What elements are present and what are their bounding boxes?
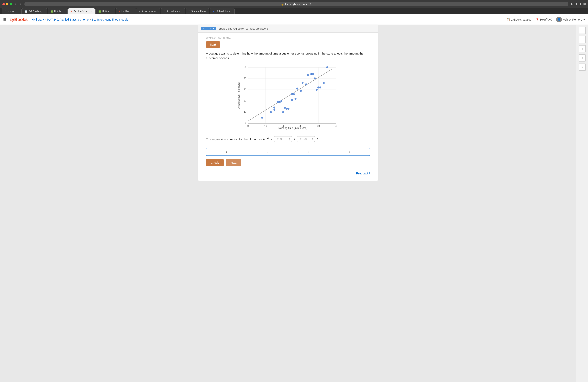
start-button[interactable]: Start bbox=[206, 41, 220, 48]
tab-untitled3-icon: Z bbox=[119, 10, 120, 13]
tab-untitled3[interactable]: Z Untitled bbox=[116, 8, 136, 14]
new-tab-icon[interactable]: + bbox=[580, 2, 581, 6]
intercept-input[interactable]: Ex: 40 ▲▼ bbox=[274, 136, 292, 142]
svg-point-38 bbox=[287, 108, 289, 110]
svg-text:10: 10 bbox=[264, 125, 267, 128]
svg-point-47 bbox=[307, 74, 309, 76]
tab-perks-icon: C bbox=[189, 10, 190, 13]
x-variable: X bbox=[316, 137, 319, 141]
tab-untitled2-icon: ✅ bbox=[98, 10, 101, 13]
svg-text:Amount spent (in dollars): Amount spent (in dollars) bbox=[237, 82, 240, 109]
feedback-link[interactable]: Feedback? bbox=[356, 172, 370, 175]
catalog-button[interactable]: 📋 zyBooks catalog bbox=[507, 18, 532, 21]
main-layout: ACTIVITY Error: Using regression to make… bbox=[0, 25, 588, 382]
equals-sign: = bbox=[271, 137, 273, 141]
side-badge-top bbox=[579, 27, 586, 34]
catalog-icon: 📋 bbox=[507, 18, 510, 21]
progress-segment-2[interactable]: 2 bbox=[247, 148, 288, 155]
svg-point-55 bbox=[323, 82, 325, 84]
svg-point-33 bbox=[279, 101, 281, 103]
progress-segment-1[interactable]: 1 bbox=[206, 148, 247, 155]
tabs-overview-icon[interactable]: ⧉ bbox=[583, 2, 586, 6]
share-icon[interactable]: ⬆ bbox=[575, 2, 578, 6]
svg-point-41 bbox=[293, 93, 295, 95]
equation-row: The regression equation for the plot abo… bbox=[206, 136, 370, 142]
activity-title: Error: Using regression to make predicti… bbox=[218, 27, 269, 30]
side-badge-1: 1 bbox=[579, 36, 586, 43]
svg-point-43 bbox=[296, 88, 298, 90]
progress-segment-3[interactable]: 3 bbox=[288, 148, 329, 155]
address-bar[interactable]: 🔒 learn.zybooks.com ↻ bbox=[24, 2, 568, 6]
tab-challenge[interactable]: 📄 2-2 Challeng... bbox=[22, 8, 47, 14]
zybooks-logo: zyBooks bbox=[10, 17, 28, 22]
tab-boutique2[interactable]: C A boutique w... bbox=[161, 8, 185, 14]
tab-untitled1-label: Untitled bbox=[54, 10, 63, 13]
progress-section: 1 2 3 4 bbox=[206, 148, 370, 156]
y-hat: Ŷ bbox=[267, 137, 269, 141]
app-header: ☰ zyBooks My library > MAT 240: Applied … bbox=[0, 14, 588, 25]
tab-solved[interactable]: ★ [Solved] I am... bbox=[210, 8, 235, 14]
slope-input[interactable]: Ex: 0.43 ▲▼ bbox=[297, 136, 315, 142]
tab-home[interactable]: 🛡 Home bbox=[1, 8, 21, 14]
svg-point-35 bbox=[282, 111, 284, 113]
equation-prefix: The regression equation for the plot abo… bbox=[206, 137, 265, 141]
side-badge-3: 3 bbox=[579, 54, 586, 61]
svg-point-34 bbox=[280, 100, 282, 102]
help-button[interactable]: ❓ Help/FAQ bbox=[536, 18, 552, 21]
forward-button[interactable]: › bbox=[19, 1, 22, 7]
svg-point-30 bbox=[273, 107, 275, 109]
back-button[interactable]: ‹ bbox=[14, 1, 17, 7]
slope-placeholder: Ex: 0.43 bbox=[299, 138, 307, 140]
breadcrumb: My library > MAT 240: Applied Statistics… bbox=[32, 18, 128, 21]
tab-untitled1[interactable]: ✅ Untitled bbox=[48, 8, 68, 14]
svg-point-52 bbox=[315, 89, 318, 91]
segment-2-label: 2 bbox=[267, 150, 268, 153]
user-name: Ashley Romero bbox=[563, 18, 582, 21]
feedback-row: Feedback? bbox=[206, 170, 370, 177]
svg-point-31 bbox=[273, 109, 275, 111]
tab-challenge-icon: 📄 bbox=[25, 10, 27, 13]
svg-point-50 bbox=[312, 73, 314, 75]
check-button[interactable]: Check bbox=[206, 159, 224, 166]
tab-section31-label: Section 3.1 -... bbox=[74, 10, 89, 13]
svg-text:50: 50 bbox=[335, 125, 337, 128]
download-icon[interactable]: ⬇ bbox=[570, 2, 573, 6]
chart-container: 0 10 20 30 40 50 0 10 20 30 40 50 bbox=[206, 64, 370, 130]
intercept-spinner[interactable]: ▲▼ bbox=[289, 137, 290, 141]
activity-id: 509448.3479824.qx3zqy7 bbox=[206, 37, 370, 39]
svg-rect-0 bbox=[248, 67, 336, 123]
progress-segment-4[interactable]: 4 bbox=[329, 148, 370, 155]
tab-solved-icon: ★ bbox=[213, 10, 214, 13]
browser-actions: ⬇ ⬆ + ⧉ bbox=[570, 2, 586, 6]
svg-text:20: 20 bbox=[244, 99, 247, 102]
tab-solved-label: [Solved] I am... bbox=[216, 10, 231, 13]
hamburger-menu[interactable]: ☰ bbox=[3, 17, 6, 22]
svg-point-37 bbox=[286, 108, 288, 110]
side-panel: 1 2 3 4 bbox=[576, 25, 588, 382]
breadcrumb-section[interactable]: 3.1: Interpreting fitted models bbox=[92, 18, 128, 21]
tab-boutique2-icon: C bbox=[164, 10, 165, 13]
svg-text:0: 0 bbox=[245, 122, 246, 124]
user-dropdown-icon: ▾ bbox=[583, 18, 585, 21]
tab-section31-close[interactable]: ✕ bbox=[90, 10, 92, 13]
lock-icon: 🔒 bbox=[281, 3, 284, 6]
tab-untitled2[interactable]: ✅ Untitled bbox=[95, 8, 115, 14]
svg-text:50: 50 bbox=[244, 66, 247, 69]
tab-challenge-label: 2-2 Challeng... bbox=[29, 10, 44, 13]
reload-icon[interactable]: ↻ bbox=[310, 3, 312, 6]
content-area: ACTIVITY Error: Using regression to make… bbox=[0, 25, 576, 382]
svg-text:40: 40 bbox=[317, 125, 320, 128]
slope-spinner[interactable]: ▲▼ bbox=[311, 137, 313, 141]
tab-perks[interactable]: C Student Perks bbox=[186, 8, 210, 14]
breadcrumb-course[interactable]: MAT 240: Applied Statistics home bbox=[47, 18, 89, 21]
browser-chrome: ‹ › 🔒 learn.zybooks.com ↻ ⬇ ⬆ + ⧉ bbox=[0, 0, 588, 8]
help-icon: ❓ bbox=[536, 18, 539, 21]
breadcrumb-library[interactable]: My library bbox=[32, 18, 44, 21]
tab-boutique1[interactable]: C A boutique w... bbox=[136, 8, 160, 14]
tab-section31[interactable]: Z Section 3.1 -... ✕ bbox=[68, 8, 95, 14]
svg-point-39 bbox=[291, 93, 293, 95]
segment-1-label: 1 bbox=[226, 150, 227, 153]
user-menu[interactable]: 👤 Ashley Romero ▾ bbox=[556, 17, 585, 22]
action-buttons: Check Next bbox=[206, 159, 370, 166]
next-button[interactable]: Next bbox=[226, 159, 241, 166]
